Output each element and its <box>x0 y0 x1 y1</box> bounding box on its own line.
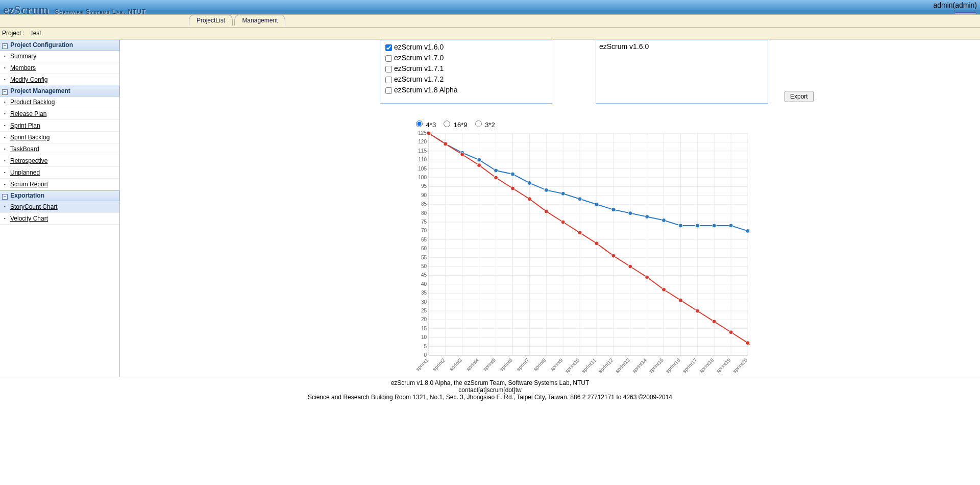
svg-point-97 <box>477 158 481 162</box>
svg-text:sprint19: sprint19 <box>715 357 732 374</box>
svg-point-120 <box>510 186 514 190</box>
svg-point-117 <box>460 153 464 157</box>
svg-text:105: 105 <box>418 166 427 172</box>
svg-text:sprint14: sprint14 <box>631 357 648 374</box>
sidebar-item-label: Product Backlog <box>10 99 55 106</box>
svg-text:110: 110 <box>418 157 427 162</box>
release-checkbox-label: ezScrum v1.7.0 <box>394 54 444 62</box>
sidebar-item-members[interactable]: •Members <box>0 62 119 74</box>
svg-text:95: 95 <box>421 183 427 189</box>
svg-text:100: 100 <box>418 175 427 180</box>
tab-management[interactable]: Management <box>234 15 285 26</box>
main-panel: ezScrum v1.6.0ezScrum v1.7.0ezScrum v1.7… <box>120 40 980 377</box>
svg-point-121 <box>527 197 531 201</box>
release-checkbox-row[interactable]: ezScrum v1.6.0 <box>383 42 549 53</box>
release-checkbox-row[interactable]: ezScrum v1.7.2 <box>383 75 549 85</box>
svg-point-102 <box>561 191 565 196</box>
main-tab-strip: ProjectList Management <box>0 14 980 28</box>
svg-text:25: 25 <box>421 308 427 313</box>
svg-text:90: 90 <box>421 192 427 198</box>
svg-point-116 <box>444 142 448 146</box>
aspect-ratio-option[interactable]: 4*3 <box>413 121 436 129</box>
svg-point-115 <box>427 131 431 135</box>
sidebar-item-scrum-report[interactable]: •Scrum Report <box>0 179 119 190</box>
aspect-ratio-radio[interactable] <box>416 120 423 127</box>
release-checkbox[interactable] <box>385 55 392 62</box>
svg-text:sprint17: sprint17 <box>681 357 698 374</box>
sidebar-item-task-board[interactable]: •TaskBoard <box>0 143 119 155</box>
tab-project-list[interactable]: ProjectList <box>189 15 233 26</box>
svg-point-107 <box>645 215 649 219</box>
svg-text:30: 30 <box>421 299 427 305</box>
aspect-ratio-option[interactable]: 3*2 <box>473 121 495 129</box>
release-checkbox-row[interactable]: ezScrum v1.8 Alpha <box>383 85 549 96</box>
svg-text:80: 80 <box>421 210 427 216</box>
sidebar-item-release-plan[interactable]: •Release Plan <box>0 108 119 120</box>
svg-text:115: 115 <box>418 148 427 154</box>
sidebar-item-sprint-backlog[interactable]: •Sprint Backlog <box>0 132 119 143</box>
release-checkbox-label: ezScrum v1.8 Alpha <box>394 86 458 94</box>
sidebar-item-label: Unplanned <box>10 169 40 176</box>
svg-text:sprint13: sprint13 <box>614 357 631 374</box>
svg-text:40: 40 <box>421 281 427 287</box>
svg-text:sprint7: sprint7 <box>516 357 530 372</box>
svg-point-132 <box>712 320 716 324</box>
svg-point-131 <box>695 309 699 313</box>
svg-text:sprint1: sprint1 <box>414 357 429 372</box>
svg-text:85: 85 <box>421 201 427 207</box>
svg-point-125 <box>595 241 599 246</box>
svg-text:75: 75 <box>421 219 427 225</box>
svg-point-111 <box>712 224 716 228</box>
collapse-icon[interactable]: − <box>2 194 8 200</box>
release-checkbox[interactable] <box>385 66 392 72</box>
sidebar-item-modify-config[interactable]: •Modify Config <box>0 74 119 86</box>
sidebar-item-unplanned[interactable]: •Unplanned <box>0 167 119 179</box>
collapse-icon[interactable]: − <box>2 89 8 95</box>
aspect-ratio-radio[interactable] <box>444 120 450 127</box>
sidebar-item-sprint-plan[interactable]: •Sprint Plan <box>0 120 119 132</box>
svg-text:sprint9: sprint9 <box>549 357 564 372</box>
sidebar-group-project-management[interactable]: − Project Management <box>0 86 119 96</box>
svg-point-105 <box>611 208 616 212</box>
release-checkbox-label: ezScrum v1.7.2 <box>394 75 444 83</box>
aspect-ratio-radio[interactable] <box>475 120 482 127</box>
project-bar: Project : test <box>0 28 980 39</box>
release-checkbox[interactable] <box>385 77 392 83</box>
svg-point-110 <box>695 224 699 228</box>
svg-point-127 <box>628 264 632 269</box>
sidebar-group-title: Project Management <box>10 87 70 94</box>
release-checkbox[interactable] <box>385 87 392 94</box>
sidebar-group-project-configuration[interactable]: − Project Configuration <box>0 40 119 51</box>
sidebar-group-exportation[interactable]: − Exportation <box>0 190 119 201</box>
sidebar-item-velocity-chart[interactable]: •Velocity Chart <box>0 213 119 225</box>
current-user-label: admin(admin) <box>933 1 977 9</box>
export-button[interactable]: Export <box>785 91 814 102</box>
collapse-icon[interactable]: − <box>2 43 8 49</box>
svg-text:sprint11: sprint11 <box>580 357 597 374</box>
sidebar-item-label: Modify Config <box>10 76 47 83</box>
svg-point-98 <box>494 168 498 173</box>
svg-point-133 <box>729 330 733 334</box>
release-checkbox[interactable] <box>385 44 392 51</box>
footer: ezScrum v1.8.0 Alpha, the ezScrum Team, … <box>0 377 980 406</box>
sidebar-item-product-backlog[interactable]: •Product Backlog <box>0 96 119 108</box>
footer-line-3: Science and Research Building Room 1321,… <box>0 394 980 401</box>
selected-release-panel: ezScrum v1.6.0 <box>596 40 768 104</box>
selected-release-label: ezScrum v1.6.0 <box>599 42 765 51</box>
svg-text:65: 65 <box>421 237 427 243</box>
svg-point-124 <box>578 231 582 235</box>
svg-text:35: 35 <box>421 290 427 296</box>
svg-text:50: 50 <box>421 263 427 269</box>
aspect-ratio-option[interactable]: 16*9 <box>441 121 467 129</box>
svg-text:45: 45 <box>421 272 427 278</box>
release-checkbox-row[interactable]: ezScrum v1.7.0 <box>383 53 549 64</box>
footer-line-2: contact[at]scrum[dot]tw <box>0 386 980 394</box>
svg-text:sprint6: sprint6 <box>499 357 513 372</box>
release-checkbox-row[interactable]: ezScrum v1.7.1 <box>383 64 549 75</box>
sidebar-item-retrospective[interactable]: •Retrospective <box>0 155 119 167</box>
svg-text:sprint2: sprint2 <box>431 357 446 372</box>
sidebar-item-label: Summary <box>10 53 36 60</box>
sidebar-item-storycount-chart[interactable]: •StoryCount Chart <box>0 201 119 213</box>
sidebar-item-summary[interactable]: •Summary <box>0 51 119 62</box>
svg-point-109 <box>678 224 682 228</box>
